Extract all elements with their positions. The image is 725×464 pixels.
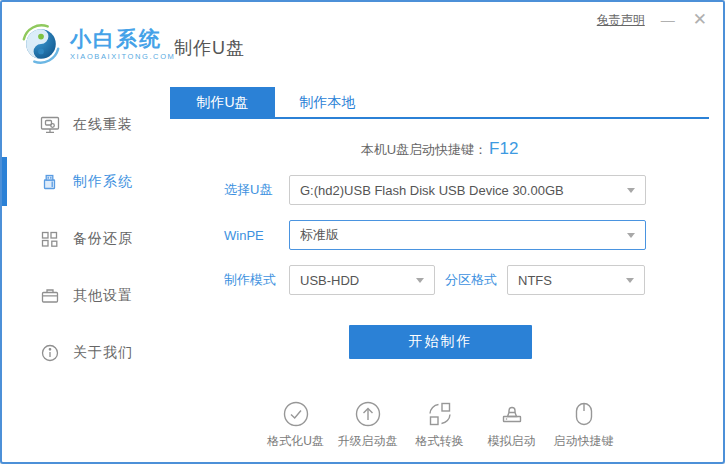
sidebar-item-backup-restore[interactable]: 备份还原 xyxy=(2,210,170,267)
select-usb-dropdown[interactable]: G:(hd2)USB Flash Disk USB Device 30.00GB xyxy=(289,175,646,205)
tool-label: 升级启动盘 xyxy=(336,433,400,450)
tab-make-usb[interactable]: 制作U盘 xyxy=(170,87,275,117)
sidebar: 在线重装 制作系统 xyxy=(2,87,170,464)
toolbox-icon xyxy=(40,286,60,306)
monitor-reinstall-icon xyxy=(40,115,60,135)
main-panel: 制作U盘 制作本地 本机U盘启动快捷键：F12 选择U盘 G:(hd2)USB … xyxy=(170,87,709,464)
form-row-select-usb: 选择U盘 G:(hd2)USB Flash Disk USB Device 30… xyxy=(224,175,709,205)
winpe-label: WinPE xyxy=(224,228,289,243)
tool-simulate-boot[interactable]: 模拟启动 xyxy=(480,399,544,450)
make-mode-dropdown[interactable]: USB-HDD xyxy=(289,265,435,295)
tool-boot-hotkey[interactable]: 启动快捷键 xyxy=(552,399,616,450)
format-check-icon xyxy=(264,399,328,429)
header: 小白系统 XIAOBAIXITONG.COM 制作U盘 免责声明 — ✕ xyxy=(2,2,723,87)
tool-format-convert[interactable]: 格式转换 xyxy=(408,399,472,450)
chevron-down-icon xyxy=(626,278,634,283)
logo-subtitle: XIAOBAIXITONG.COM xyxy=(70,52,175,61)
sidebar-item-about-us[interactable]: 关于我们 xyxy=(2,324,170,381)
app-logo: 小白系统 XIAOBAIXITONG.COM xyxy=(20,23,175,65)
tool-upgrade-boot-disk[interactable]: 升级启动盘 xyxy=(336,399,400,450)
logo-swirl-icon xyxy=(20,23,62,65)
partition-format-value: NTFS xyxy=(518,273,552,288)
sidebar-item-online-reinstall[interactable]: 在线重装 xyxy=(2,96,170,153)
chevron-down-icon xyxy=(627,188,635,193)
tool-label: 模拟启动 xyxy=(480,433,544,450)
tool-label: 启动快捷键 xyxy=(552,433,616,450)
page-title: 制作U盘 xyxy=(174,36,245,60)
info-icon xyxy=(40,343,60,363)
form-row-mode-format: 制作模式 USB-HDD 分区格式 NTFS xyxy=(224,265,709,295)
boot-hotkey-prefix: 本机U盘启动快捷键： xyxy=(361,142,487,157)
tool-label: 格式转换 xyxy=(408,433,472,450)
sidebar-item-label: 制作系统 xyxy=(73,173,133,191)
start-make-button[interactable]: 开始制作 xyxy=(349,325,532,359)
sidebar-item-label: 其他设置 xyxy=(73,287,133,305)
backup-grid-icon xyxy=(40,229,60,249)
upgrade-arrow-icon xyxy=(336,399,400,429)
make-usb-form: 选择U盘 G:(hd2)USB Flash Disk USB Device 30… xyxy=(170,175,709,295)
partition-format-dropdown[interactable]: NTFS xyxy=(507,265,645,295)
sidebar-item-label: 关于我们 xyxy=(73,344,133,362)
make-mode-value: USB-HDD xyxy=(300,273,359,288)
window-controls: 免责声明 — ✕ xyxy=(597,9,709,31)
tools-bar: 格式化U盘 升级启动盘 xyxy=(170,399,709,450)
sidebar-item-other-settings[interactable]: 其他设置 xyxy=(2,267,170,324)
usb-drive-icon xyxy=(40,172,60,192)
chevron-down-icon xyxy=(416,278,424,283)
logo-text: 小白系统 XIAOBAIXITONG.COM xyxy=(70,28,175,61)
sidebar-item-make-system[interactable]: 制作系统 xyxy=(2,153,170,210)
minimize-button[interactable]: — xyxy=(659,15,677,25)
tool-label: 格式化U盘 xyxy=(264,433,328,450)
winpe-value: 标准版 xyxy=(300,226,339,244)
disclaimer-link[interactable]: 免责声明 xyxy=(597,12,645,29)
select-usb-value: G:(hd2)USB Flash Disk USB Device 30.00GB xyxy=(300,183,564,198)
tab-make-local[interactable]: 制作本地 xyxy=(275,87,380,117)
boot-hotkey-value: F12 xyxy=(489,139,518,158)
tool-format-usb[interactable]: 格式化U盘 xyxy=(264,399,328,450)
make-mode-label: 制作模式 xyxy=(224,271,289,289)
winpe-dropdown[interactable]: 标准版 xyxy=(289,220,646,250)
chevron-down-icon xyxy=(627,233,635,238)
mouse-icon xyxy=(552,399,616,429)
form-row-winpe: WinPE 标准版 xyxy=(224,220,709,250)
close-button[interactable]: ✕ xyxy=(691,13,709,27)
logo-title: 小白系统 xyxy=(70,28,175,50)
partition-format-label: 分区格式 xyxy=(445,271,497,289)
sidebar-item-label: 在线重装 xyxy=(73,116,133,134)
select-usb-label: 选择U盘 xyxy=(224,181,289,199)
stamp-icon xyxy=(480,399,544,429)
tab-label: 制作U盘 xyxy=(196,94,248,110)
convert-icon xyxy=(408,399,472,429)
body: 在线重装 制作系统 xyxy=(2,87,723,464)
tab-label: 制作本地 xyxy=(300,94,356,110)
app-window: 小白系统 XIAOBAIXITONG.COM 制作U盘 免责声明 — ✕ xyxy=(0,0,725,464)
tab-bar: 制作U盘 制作本地 xyxy=(170,87,709,119)
boot-hotkey-line: 本机U盘启动快捷键：F12 xyxy=(170,139,709,161)
sidebar-item-label: 备份还原 xyxy=(73,230,133,248)
